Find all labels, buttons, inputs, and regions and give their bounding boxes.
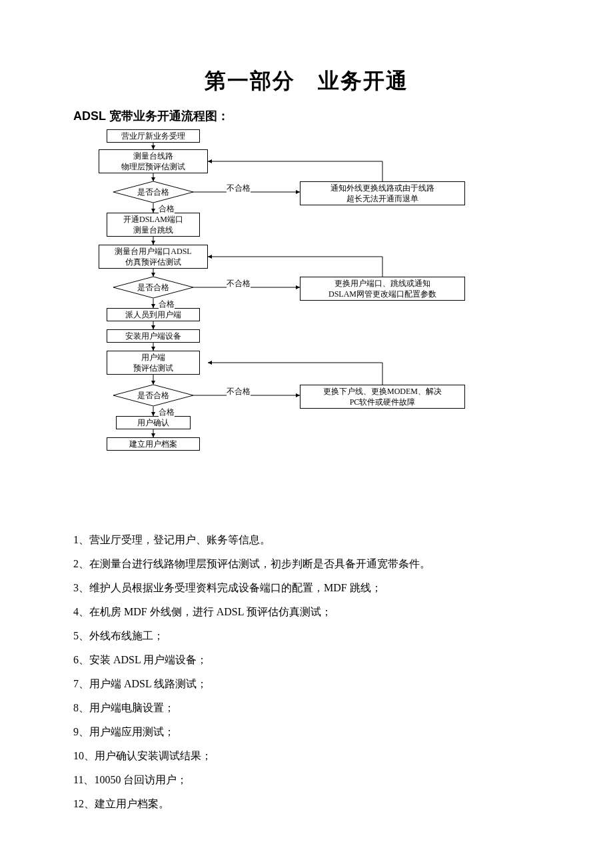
flow-action-replace-port: 更换用户端口、跳线或通知 DSLAM网管更改端口配置参数	[300, 277, 465, 301]
step-item: 2、在测量台进行线路物理层预评估测试，初步判断是否具备开通宽带条件。	[73, 552, 540, 576]
label-fail-2: 不合格	[227, 278, 251, 289]
flow-node-sim-test: 测量台用户端口ADSL 仿真预评估测试	[99, 245, 208, 269]
label-pass-2: 合格	[159, 299, 175, 310]
step-item: 12、建立用户档案。	[73, 792, 540, 816]
flow-node-install: 安装用户端设备	[107, 329, 200, 343]
label-pass-3: 合格	[159, 407, 175, 418]
flow-decision-1: 是否合格	[113, 181, 193, 203]
step-item: 4、在机房 MDF 外线侧，进行 ADSL 预评估仿真测试；	[73, 600, 540, 624]
step-item: 7、用户端 ADSL 线路测试；	[73, 672, 540, 696]
page-title: 第一部分 业务开通	[73, 67, 540, 96]
step-item: 3、维护人员根据业务受理资料完成设备端口的配置，MDF 跳线；	[73, 576, 540, 600]
flow-node-confirm: 用户确认	[116, 416, 191, 429]
step-item: 9、用户端应用测试；	[73, 720, 540, 744]
flow-action-replace-line: 通知外线更换线路或由于线路 超长无法开通而退单	[300, 181, 465, 205]
document-page: 第一部分 业务开通 ADSL 宽带业务开通流程图：	[0, 0, 613, 868]
label-fail-3: 不合格	[227, 386, 251, 397]
flow-node-accept: 营业厅新业务受理	[107, 129, 200, 143]
flow-node-pretest-line: 测量台线路 物理层预评估测试	[99, 149, 208, 173]
step-item: 6、安装 ADSL 用户端设备；	[73, 648, 540, 672]
step-item: 10、用户确认安装调试结果；	[73, 744, 540, 768]
flowchart: 营业厅新业务受理 测量台线路 物理层预评估测试 是否合格 开通DSLAM端口 测…	[93, 129, 466, 516]
flow-node-dispatch: 派人员到用户端	[107, 308, 200, 321]
step-item: 8、用户端电脑设置；	[73, 696, 540, 720]
step-item: 11、10050 台回访用户；	[73, 768, 540, 792]
flow-decision-2: 是否合格	[113, 277, 193, 298]
step-item: 1、营业厅受理，登记用户、账务等信息。	[73, 528, 540, 552]
flow-node-archive: 建立用户档案	[107, 437, 200, 451]
step-item: 5、外线布线施工；	[73, 624, 540, 648]
flow-decision-3: 是否合格	[113, 385, 193, 406]
step-list: 1、营业厅受理，登记用户、账务等信息。2、在测量台进行线路物理层预评估测试，初步…	[73, 528, 540, 816]
flowchart-title: ADSL 宽带业务开通流程图：	[73, 108, 540, 124]
flow-node-user-test: 用户端 预评估测试	[107, 351, 200, 375]
label-pass-1: 合格	[159, 203, 175, 215]
flow-action-replace-modem: 更换下户线、更换MODEM、解决 PC软件或硬件故障	[300, 385, 465, 409]
flow-node-open-port: 开通DSLAM端口 测量台跳线	[107, 213, 200, 237]
label-fail-1: 不合格	[227, 183, 251, 194]
